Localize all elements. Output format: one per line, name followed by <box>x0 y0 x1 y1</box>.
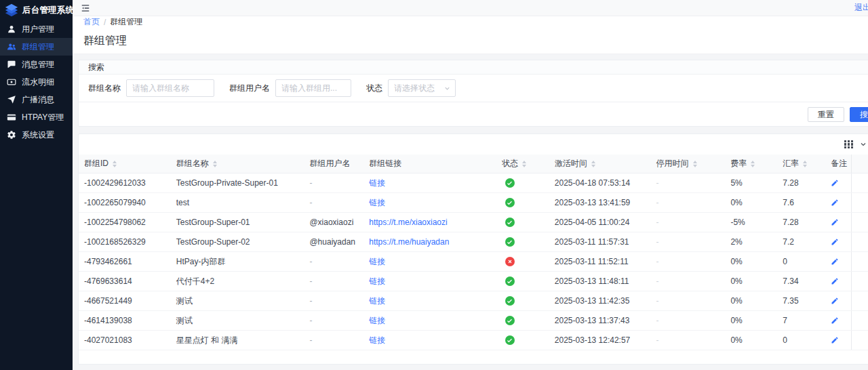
column-header-1[interactable]: 群组名称 <box>171 155 304 173</box>
search-form: 群组名称 群组用户名 状态 请选择状态 <box>79 75 868 102</box>
cell-exchange-rate: 7.2 <box>777 232 825 251</box>
sort-icon <box>522 161 526 167</box>
sort-icon <box>751 161 755 167</box>
breadcrumb-home[interactable]: 首页 <box>83 16 100 28</box>
sidebar-item-transaction-detail[interactable]: 流水明细 <box>0 73 73 91</box>
cell-group-link: 链接 <box>363 311 496 330</box>
cell-exchange-rate: 7.28 <box>777 213 825 232</box>
cell-status <box>496 331 549 350</box>
status-inactive-icon <box>505 257 515 266</box>
cell-group-link: 链接 <box>363 193 496 212</box>
reset-button[interactable]: 重置 <box>808 107 844 122</box>
group-link[interactable]: 链接 <box>369 276 385 287</box>
cell-group-id: -4614139038 <box>79 311 171 330</box>
column-header-2[interactable]: 群组用户名 <box>304 155 363 173</box>
column-settings-icon[interactable] <box>844 140 853 149</box>
status-active-icon <box>505 316 515 325</box>
cell-fee-rate: 0% <box>725 331 777 350</box>
message-icon <box>7 60 16 69</box>
edit-note-icon[interactable] <box>831 238 839 246</box>
cell-group-name: TestGroup-Super-02 <box>171 232 304 251</box>
edit-note-icon[interactable] <box>831 258 839 266</box>
table-row: -4027021083 星星点灯 和 满满 - 链接 2025-03-13 12… <box>79 331 868 350</box>
sidebar-nav: 用户管理 群组管理 消息管理 流水明细 广播消息 HTPAY管理 系统设置 <box>0 20 73 144</box>
cell-deactivated-time: - <box>651 291 726 310</box>
page-title: 群组管理 <box>83 34 127 48</box>
sidebar: 后台管理系统 用户管理 群组管理 消息管理 流水明细 广播消息 HTPAY管理 … <box>0 0 73 370</box>
cell-group-link: 链接 <box>363 173 496 192</box>
cell-exchange-rate: 0 <box>777 331 825 350</box>
edit-note-icon[interactable] <box>831 316 839 325</box>
status-select[interactable]: 请选择状态 <box>388 79 456 97</box>
column-header-3[interactable]: 群组链接 <box>363 155 496 173</box>
main-area: 退出登录 首页 / 群组管理 群组管理 搜索 群组名称 群组用户名 状态 <box>73 0 868 370</box>
field-status: 状态 请选择状态 <box>366 79 456 97</box>
cell-group-name: 代付千4+2 <box>171 272 304 291</box>
status-active-icon <box>505 218 515 227</box>
edit-note-icon[interactable] <box>831 336 839 344</box>
group-link[interactable]: 链接 <box>369 178 385 189</box>
group-link[interactable]: 链接 <box>369 295 385 307</box>
cell-note <box>825 213 851 232</box>
cell-group-username: @huaiyadan <box>304 232 363 251</box>
cell-group-id: -4769633614 <box>79 272 171 291</box>
cell-group-link: 链接 <box>363 272 496 291</box>
cell-group-id: -4793462661 <box>79 252 171 271</box>
group-name-input[interactable] <box>126 79 214 97</box>
group-username-input[interactable] <box>275 79 351 97</box>
column-header-4[interactable]: 状态 <box>496 155 549 173</box>
group-link[interactable]: https://t.me/huaiyadan <box>369 237 449 247</box>
menu-fold-icon[interactable] <box>81 3 90 13</box>
column-header-8[interactable]: 汇率 <box>777 155 825 173</box>
group-username-label: 群组用户名 <box>229 83 270 94</box>
cell-group-id: -4667521449 <box>79 291 171 310</box>
layers-logo-icon <box>5 3 18 17</box>
cell-deactivated-time: - <box>651 232 726 251</box>
edit-note-icon[interactable] <box>831 277 839 285</box>
sidebar-item-system-settings[interactable]: 系统设置 <box>0 126 73 144</box>
field-group-name: 群组名称 <box>88 79 214 97</box>
status-label: 状态 <box>366 83 382 94</box>
edit-note-icon[interactable] <box>831 179 839 187</box>
column-header-5[interactable]: 激活时间 <box>549 155 651 173</box>
cell-group-id: -1002168526329 <box>79 232 171 251</box>
cell-activated-time: 2025-03-13 13:41:59 <box>549 193 651 212</box>
group-link[interactable]: 链接 <box>369 315 385 327</box>
status-active-icon <box>505 198 515 207</box>
content: 搜索 群组名称 群组用户名 状态 请选择状态 <box>73 54 868 370</box>
sidebar-item-user-management[interactable]: 用户管理 <box>0 20 73 38</box>
sidebar-item-group-management[interactable]: 群组管理 <box>0 38 73 56</box>
cell-note <box>825 193 851 212</box>
group-link[interactable]: https://t.me/xiaoxiaozi <box>369 218 447 227</box>
cell-activated-time: 2025-03-13 11:48:11 <box>549 272 651 291</box>
sort-icon <box>693 161 697 167</box>
column-header-6[interactable]: 停用时间 <box>651 155 726 173</box>
table-header-row: 群组ID 群组名称 群组用户名 群组链接 状态 激活时间 停用时间 费率 汇率 … <box>79 155 868 173</box>
sidebar-item-broadcast-message[interactable]: 广播消息 <box>0 91 73 108</box>
group-link[interactable]: 链接 <box>369 256 385 268</box>
sidebar-item-htpay-management[interactable]: HTPAY管理 <box>0 108 73 126</box>
cell-fee-rate: 5% <box>725 173 777 192</box>
table-body: -1002429612033 TestGroup-Private-Super-0… <box>79 173 868 350</box>
cell-group-username: - <box>304 311 363 330</box>
column-header-9[interactable]: 备注 <box>825 155 851 173</box>
chevron-down-icon[interactable] <box>859 140 867 148</box>
table-row: -1002265079940 test - 链接 2025-03-13 13:4… <box>79 193 868 213</box>
cell-note <box>825 311 851 330</box>
sort-icon <box>591 161 595 167</box>
group-link[interactable]: 链接 <box>369 335 385 346</box>
group-link[interactable]: 链接 <box>369 197 385 209</box>
status-active-icon <box>505 296 515 306</box>
column-header-0[interactable]: 群组ID <box>79 155 171 173</box>
sidebar-item-message-management[interactable]: 消息管理 <box>0 56 73 73</box>
logout-link[interactable]: 退出登录 <box>854 2 868 14</box>
edit-note-icon[interactable] <box>831 199 839 207</box>
breadcrumb-separator: / <box>104 18 106 27</box>
sort-icon <box>113 161 117 167</box>
column-header-7[interactable]: 费率 <box>725 155 777 173</box>
edit-note-icon[interactable] <box>831 218 839 226</box>
edit-note-icon[interactable] <box>831 297 839 305</box>
search-button[interactable]: 搜索 <box>850 107 868 122</box>
cell-deactivated-time: - <box>651 173 726 192</box>
cell-note <box>825 252 851 271</box>
